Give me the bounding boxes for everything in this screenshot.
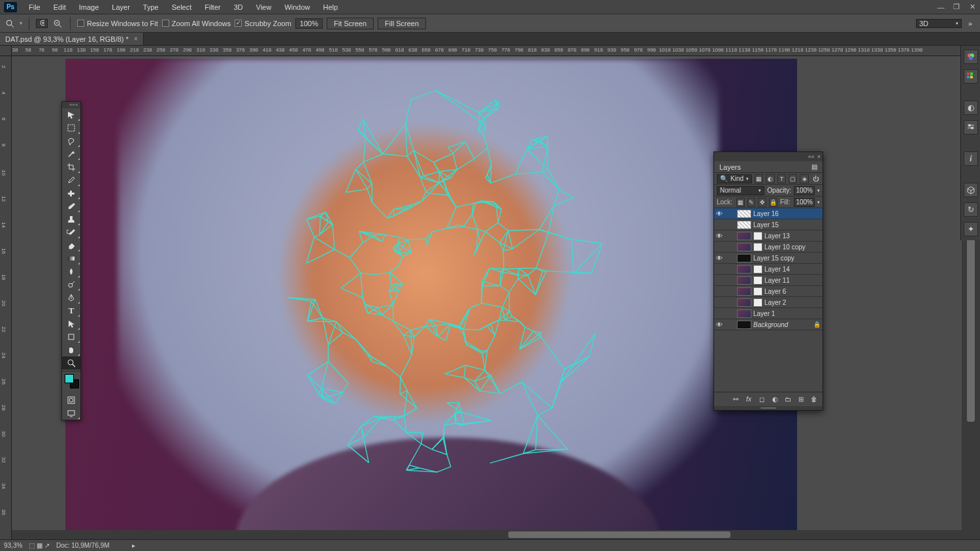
layer-visibility-toggle[interactable]: 👁 [714, 255, 725, 262]
fit-screen-button[interactable]: Fit Screen [327, 18, 374, 29]
color-swatches[interactable] [63, 373, 79, 392]
menu-edit[interactable]: Edit [47, 3, 73, 11]
close-tab-icon[interactable]: × [134, 35, 138, 42]
opacity-caret-icon[interactable]: ▾ [817, 188, 820, 193]
close-panel-icon[interactable]: × [817, 153, 821, 160]
panel-resize-handle[interactable] [714, 406, 823, 410]
lock-transparency-icon[interactable]: ▦ [736, 198, 745, 207]
foreground-swatch[interactable] [65, 374, 74, 383]
brush-tool[interactable] [62, 200, 80, 213]
eraser-tool[interactable] [62, 239, 80, 252]
layer-thumbnail[interactable] [737, 221, 751, 229]
layer-name[interactable]: Layer 6 [764, 288, 823, 295]
layer-row[interactable]: Layer 11 [714, 275, 823, 286]
adjustments-panel-icon[interactable]: ◐ [964, 101, 978, 115]
menu-filter[interactable]: Filter [198, 3, 227, 11]
transform-panel-icon[interactable]: ✦ [964, 222, 978, 236]
document-tab[interactable]: DAT.psd @ 93,3% (Layer 16, RGB/8) * × [0, 33, 144, 45]
layer-row[interactable]: Layer 15 [714, 219, 823, 230]
move-tool[interactable] [62, 108, 80, 121]
link-layers-icon[interactable]: ⚯ [731, 395, 740, 404]
layer-thumbnail[interactable] [737, 210, 751, 218]
screen-mode-button[interactable] [62, 407, 80, 420]
layer-row[interactable]: Layer 1 [714, 308, 823, 319]
properties-panel-icon[interactable] [964, 120, 978, 134]
layer-row[interactable]: 👁Layer 16 [714, 208, 823, 219]
layer-name[interactable]: Layer 1 [753, 310, 823, 317]
layer-name[interactable]: Background [753, 321, 813, 328]
window-restore-button[interactable]: ❐ [949, 1, 964, 13]
pen-tool[interactable] [62, 291, 80, 304]
scrubby-zoom-checkbox[interactable]: Scrubby Zoom [235, 20, 291, 27]
layer-row[interactable]: Layer 6 [714, 286, 823, 297]
healing-brush-tool[interactable] [62, 187, 80, 200]
lock-pixels-icon[interactable]: ✎ [747, 198, 756, 207]
fill-field[interactable]: 100% [794, 198, 815, 207]
status-zoom[interactable]: 93,3% [4, 542, 22, 549]
horizontal-scrollbar-thumb[interactable] [508, 531, 730, 538]
zoom-all-checkbox[interactable]: Zoom All Windows [162, 20, 231, 27]
layer-row[interactable]: 👁Layer 15 copy [714, 253, 823, 264]
menu-window[interactable]: Window [278, 3, 316, 11]
layer-mask-thumbnail[interactable] [753, 287, 762, 296]
layer-thumbnail[interactable] [737, 243, 751, 251]
quick-mask-button[interactable] [62, 394, 80, 407]
collapse-icon[interactable]: «« [808, 153, 815, 160]
document-canvas[interactable] [65, 59, 797, 539]
menu-3d[interactable]: 3D [227, 3, 250, 11]
layer-name[interactable]: Layer 15 copy [753, 255, 823, 262]
layer-thumbnail[interactable] [737, 254, 751, 262]
zoom-tool[interactable] [62, 356, 80, 370]
blend-mode-dropdown[interactable]: Normal▾ [717, 186, 764, 195]
tools-palette-header[interactable]: ««× [62, 102, 80, 108]
zoom-out-button[interactable] [52, 18, 63, 29]
layer-visibility-toggle[interactable]: 👁 [714, 321, 725, 328]
status-icons[interactable]: ⬚ ▦ ↗ [29, 542, 50, 549]
menu-file[interactable]: File [22, 3, 47, 11]
fill-caret-icon[interactable]: ▾ [817, 200, 820, 205]
layer-thumbnail[interactable] [737, 321, 751, 329]
magic-wand-tool[interactable] [62, 148, 80, 161]
window-close-button[interactable]: ✕ [964, 1, 980, 13]
layers-panel-titlebar[interactable]: ««× [714, 152, 823, 161]
opacity-field[interactable]: 100% [794, 186, 815, 195]
layers-tab[interactable]: Layers▤ [714, 161, 823, 173]
clone-stamp-tool[interactable] [62, 213, 80, 226]
ruler-origin[interactable] [0, 46, 12, 56]
window-minimize-button[interactable]: — [933, 1, 949, 13]
marquee-tool[interactable] [62, 121, 80, 134]
layer-name[interactable]: Layer 15 [753, 221, 823, 228]
fill-screen-button[interactable]: Fill Screen [378, 18, 426, 29]
swatches-panel-icon[interactable] [964, 69, 978, 84]
tools-palette[interactable]: ««× T [61, 101, 81, 420]
status-arrow-icon[interactable]: ▸ [132, 542, 135, 549]
layer-mask-thumbnail[interactable] [753, 243, 762, 251]
layer-name[interactable]: Layer 10 copy [764, 244, 823, 251]
layer-row[interactable]: Layer 2 [714, 297, 823, 308]
workspace-menu-icon[interactable]: » [964, 18, 976, 29]
layer-thumbnail[interactable] [737, 309, 751, 318]
filter-shape-icon[interactable]: ▢ [789, 174, 797, 183]
resize-windows-checkbox[interactable]: Resize Windows to Fit [77, 20, 158, 27]
eyedropper-tool[interactable] [62, 174, 80, 187]
vertical-ruler[interactable]: 24681012141618202224262830323436 [0, 56, 12, 539]
layers-empty-area[interactable] [714, 330, 823, 392]
layer-mask-thumbnail[interactable] [753, 265, 762, 274]
shape-tool[interactable] [62, 330, 80, 343]
layer-row[interactable]: 👁Layer 13 [714, 230, 823, 242]
layer-thumbnail[interactable] [737, 232, 751, 240]
lock-all-icon[interactable]: 🔒 [769, 198, 777, 207]
filter-pixel-icon[interactable]: ▦ [755, 174, 763, 183]
menu-help[interactable]: Help [317, 3, 345, 11]
layer-visibility-toggle[interactable]: 👁 [714, 210, 725, 217]
layer-row[interactable]: Layer 14 [714, 264, 823, 275]
crop-tool[interactable] [62, 161, 80, 174]
layer-mask-icon[interactable]: ◻ [757, 395, 766, 404]
menu-layer[interactable]: Layer [105, 3, 137, 11]
layer-name[interactable]: Layer 13 [764, 232, 823, 240]
layer-fx-icon[interactable]: fx [744, 395, 753, 404]
layer-row[interactable]: 👁Background🔒 [714, 319, 823, 330]
color-panel-icon[interactable] [964, 50, 978, 64]
lock-position-icon[interactable]: ✥ [758, 198, 766, 207]
zoom-in-button[interactable] [36, 19, 48, 28]
